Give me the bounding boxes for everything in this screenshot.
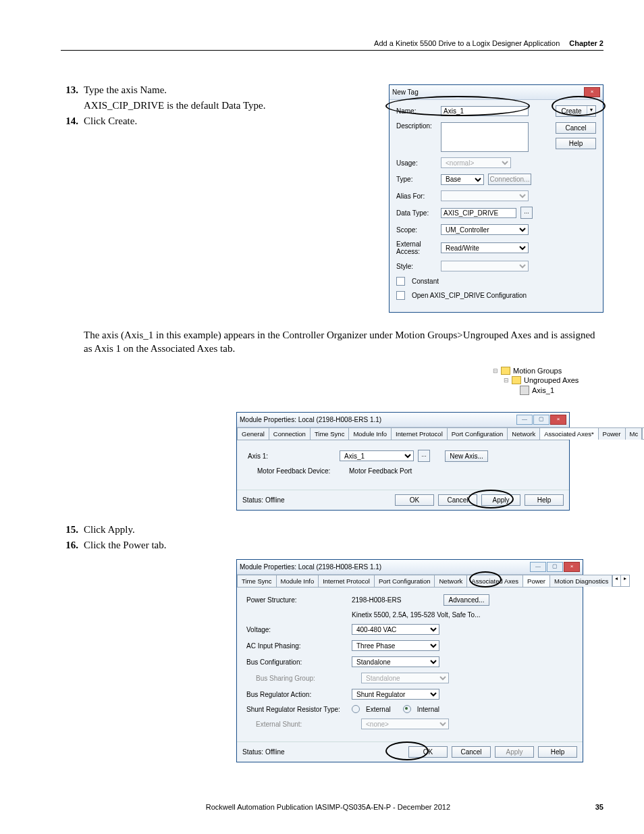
tab-general[interactable]: General bbox=[237, 427, 269, 440]
create-button[interactable]: Create ▼ bbox=[556, 105, 596, 117]
tab-timesync[interactable]: Time Sync bbox=[310, 427, 350, 440]
advanced-button[interactable]: Advanced... bbox=[444, 594, 489, 606]
footer-publication: Rockwell Automation Publication IASIMP-Q… bbox=[206, 803, 450, 811]
bus-sharing-select: Standalone bbox=[361, 673, 449, 683]
close-icon[interactable]: × bbox=[584, 87, 600, 97]
open-config-checkbox[interactable] bbox=[396, 291, 405, 300]
tree-motion-groups[interactable]: ⊟ Motion Groups bbox=[493, 366, 603, 375]
tab-timesync[interactable]: Time Sync bbox=[237, 575, 277, 587]
ps-value: 2198-H008-ERS bbox=[352, 596, 439, 604]
cancel-button[interactable]: Cancel bbox=[556, 122, 596, 134]
ok-button[interactable]: OK bbox=[408, 746, 448, 758]
axis1-browse-button[interactable]: ... bbox=[418, 450, 430, 462]
es-label: External Shunt: bbox=[246, 721, 357, 728]
tab-motion-diag[interactable]: Motion Diagnostics bbox=[549, 575, 613, 587]
tab-power[interactable]: Power bbox=[522, 575, 550, 587]
chevron-down-icon[interactable]: ▼ bbox=[587, 106, 595, 116]
scope-select[interactable]: UM_Controller bbox=[441, 224, 529, 235]
tab-scroll-left-icon[interactable]: ◂ bbox=[612, 575, 621, 587]
apply-button[interactable]: Apply bbox=[481, 494, 520, 506]
tree-motion-label: Motion Groups bbox=[513, 367, 562, 375]
minimize-icon[interactable]: — bbox=[530, 562, 546, 572]
srrt-label: Shunt Regulator Resistor Type: bbox=[246, 706, 348, 713]
help-button[interactable]: Help bbox=[538, 746, 577, 758]
tree-axis-label: Axis_1 bbox=[532, 386, 554, 394]
ac-phasing-select[interactable]: Three Phase bbox=[352, 640, 439, 651]
volt-label: Voltage: bbox=[246, 626, 348, 633]
minimize-icon[interactable]: — bbox=[516, 415, 533, 425]
header-chapter: Chapter 2 bbox=[569, 39, 603, 47]
tab-mc[interactable]: Mc bbox=[625, 427, 643, 440]
cancel-button[interactable]: Cancel bbox=[438, 494, 477, 506]
tab-scroll-left-icon[interactable]: ◂ bbox=[641, 427, 644, 440]
ext-select[interactable]: Read/Write bbox=[441, 242, 529, 253]
help-button[interactable]: Help bbox=[556, 138, 596, 149]
tab-network[interactable]: Network bbox=[434, 575, 467, 587]
cancel-button[interactable]: Cancel bbox=[452, 746, 491, 758]
name-input[interactable] bbox=[441, 106, 529, 116]
tree-toggle-icon[interactable]: ⊟ bbox=[493, 367, 498, 374]
footer-page-number: 35 bbox=[595, 803, 603, 811]
tab-ip[interactable]: Internet Protocol bbox=[318, 575, 375, 587]
external-shunt-select: <none> bbox=[361, 719, 449, 729]
step-15-number: 15. bbox=[61, 524, 78, 536]
tab-portconfig[interactable]: Port Configuration bbox=[374, 575, 435, 587]
internal-radio[interactable] bbox=[403, 705, 411, 713]
step-16-text: Click the Power tab. bbox=[84, 540, 603, 551]
step-13-number: 13. bbox=[61, 84, 78, 96]
internal-radio-label: Internal bbox=[417, 706, 439, 713]
module1-titlebar: Module Properties: Local (2198-H008-ERS … bbox=[237, 413, 569, 427]
new-axis-button[interactable]: New Axis... bbox=[445, 450, 488, 462]
module1-tabs: General Connection Time Sync Module Info… bbox=[237, 427, 569, 440]
external-radio[interactable] bbox=[352, 705, 360, 713]
close-icon[interactable]: × bbox=[550, 415, 566, 425]
paragraph-axis-note: The axis (Axis_1 in this example) appear… bbox=[84, 329, 603, 355]
axis1-label: Axis 1: bbox=[248, 452, 336, 460]
tab-power[interactable]: Power bbox=[598, 427, 626, 440]
apply-button: Apply bbox=[495, 746, 534, 758]
voltage-select[interactable]: 400-480 VAC bbox=[352, 624, 439, 635]
step-16-number: 16. bbox=[61, 540, 78, 551]
name-label: Name: bbox=[396, 107, 437, 115]
datatype-label: Data Type: bbox=[396, 209, 437, 217]
help-button[interactable]: Help bbox=[525, 494, 564, 506]
tree-axis-1[interactable]: Axis_1 bbox=[520, 385, 603, 396]
datatype-input[interactable] bbox=[441, 208, 516, 218]
tab-associated-axes[interactable]: Associated Axes* bbox=[539, 427, 598, 440]
maximize-icon[interactable]: ▢ bbox=[547, 562, 563, 572]
header-section-title: Add a Kinetix 5500 Drive to a Logix Desi… bbox=[374, 39, 560, 47]
tab-portconfig[interactable]: Port Configuration bbox=[447, 427, 508, 440]
maximize-icon[interactable]: ▢ bbox=[533, 415, 549, 425]
bus-config-select[interactable]: Standalone bbox=[352, 656, 439, 667]
bra-label: Bus Regulator Action: bbox=[246, 691, 348, 698]
axis1-select[interactable]: Axis_1 bbox=[340, 450, 414, 461]
desc-input[interactable] bbox=[441, 122, 529, 152]
bus-label: Bus Configuration: bbox=[246, 658, 348, 666]
tree-ungrouped-axes[interactable]: ⊟ Ungrouped Axes bbox=[504, 375, 603, 385]
tab-moduleinfo[interactable]: Module Info bbox=[276, 575, 319, 587]
window-controls: — ▢ × bbox=[530, 562, 580, 572]
tab-moduleinfo[interactable]: Module Info bbox=[348, 427, 392, 440]
bsg-label: Bus Sharing Group: bbox=[246, 675, 357, 682]
tab-associated-axes[interactable]: Associated Axes bbox=[466, 575, 523, 587]
close-icon[interactable]: × bbox=[564, 562, 580, 572]
bus-regulator-select[interactable]: Shunt Regulator bbox=[352, 689, 439, 700]
tab-scroll: ◂ ▸ bbox=[612, 575, 630, 587]
constant-checkbox[interactable] bbox=[396, 277, 405, 286]
tab-scroll-right-icon[interactable]: ▸ bbox=[620, 575, 630, 587]
tree-ungrouped-label: Ungrouped Axes bbox=[524, 376, 579, 384]
ok-button[interactable]: OK bbox=[395, 494, 434, 506]
tree-toggle-icon[interactable]: ⊟ bbox=[504, 377, 509, 384]
folder-icon bbox=[512, 376, 521, 384]
tab-network[interactable]: Network bbox=[507, 427, 540, 440]
tab-ip[interactable]: Internet Protocol bbox=[391, 427, 448, 440]
page-footer: Rockwell Automation Publication IASIMP-Q… bbox=[61, 803, 603, 811]
ac-label: AC Input Phasing: bbox=[246, 642, 348, 650]
type-select[interactable]: Base bbox=[441, 174, 484, 185]
window-controls: — ▢ × bbox=[516, 415, 566, 425]
header-rule bbox=[61, 50, 603, 51]
tab-connection[interactable]: Connection bbox=[269, 427, 311, 440]
page-header: Add a Kinetix 5500 Drive to a Logix Desi… bbox=[61, 39, 603, 47]
alias-select bbox=[441, 190, 529, 201]
datatype-browse-button[interactable]: ... bbox=[520, 207, 533, 219]
